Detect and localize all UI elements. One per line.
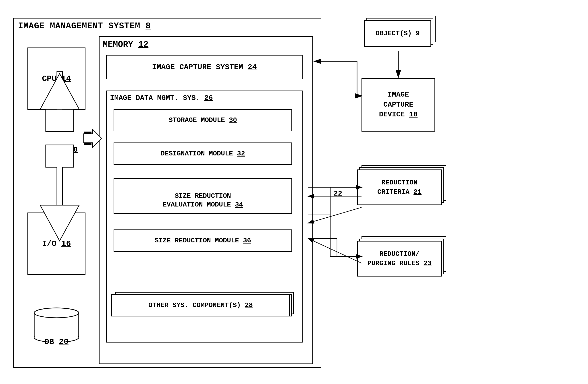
rc-sheet-1: REDUCTIONCRITERIA 21 [357, 169, 442, 205]
rc-label: REDUCTIONCRITERIA 21 [377, 178, 421, 197]
icd-ref: 10 [409, 110, 418, 119]
memory-box: MEMORY 12 IMAGE CAPTURE SYSTEM 24 IMAGE … [99, 36, 313, 364]
ics-ref: 24 [248, 63, 257, 71]
ics-label-text: IMAGE CAPTURE SYSTEM [152, 63, 243, 71]
memory-title: MEMORY 12 [103, 40, 148, 49]
idm-title-text: IMAGE DATA MGMT. SYS. [110, 94, 200, 102]
db-ref: 20 [59, 337, 68, 346]
sr-label-text: SIZE REDUCTION MODULE [155, 237, 239, 244]
rc-ref: 21 [414, 188, 421, 196]
diagram: IMAGE MANAGEMENT SYSTEM 8 CPU 14 I/O 16 [9, 13, 580, 375]
bus-label: BUS 18 [52, 146, 78, 154]
storage-label: STORAGE MODULE 30 [169, 116, 237, 125]
ics-label: IMAGE CAPTURE SYSTEM 24 [152, 63, 257, 71]
idm-title: IMAGE DATA MGMT. SYS. 26 [110, 94, 213, 102]
rpr-ref: 23 [423, 260, 432, 267]
ims-title: IMAGE MANAGEMENT SYSTEM 8 [18, 21, 151, 31]
sre-label-text: SIZE REDUCTION EVALUATION MODULE [163, 192, 231, 208]
io-box: I/O 16 [27, 213, 85, 275]
io-label: I/O 16 [42, 239, 71, 248]
sre-module-box: SIZE REDUCTION EVALUATION MODULE 34 [114, 178, 292, 214]
db-cylinder-svg [32, 306, 81, 342]
obj-sheet-1: OBJECT(S) 9 [364, 20, 431, 47]
ims-ref: 8 [146, 21, 151, 31]
rpr-sheet-1: REDUCTION/PURGING RULES 23 [357, 241, 442, 277]
io-label-text: I/O [42, 239, 57, 248]
cpu-ref: 14 [61, 74, 71, 83]
sr-ref: 36 [243, 237, 251, 244]
ims-title-text: IMAGE MANAGEMENT SYSTEM [18, 21, 140, 31]
cpu-label: CPU 14 [42, 74, 71, 83]
other-label-text: OTHER SYS. COMPONENT(S) [148, 302, 241, 309]
sre-ref: 34 [235, 201, 243, 208]
cpu-box: CPU 14 [27, 47, 85, 110]
storage-label-text: STORAGE MODULE [169, 116, 225, 124]
db-label-text: DB [44, 337, 54, 346]
other-label: OTHER SYS. COMPONENT(S) 28 [148, 301, 253, 310]
svg-point-6 [34, 308, 79, 318]
db-label: DB 20 [44, 337, 68, 346]
ics-box: IMAGE CAPTURE SYSTEM 24 [106, 55, 303, 79]
cpu-label-text: CPU [42, 74, 57, 83]
rpr-label: REDUCTION/PURGING RULES 23 [367, 249, 432, 268]
designation-module-box: DESIGNATION MODULE 32 [114, 142, 292, 165]
db-box: DB 20 [27, 304, 85, 348]
memory-ref: 12 [138, 40, 149, 49]
icd-box: IMAGECAPTUREDEVICE 10 [361, 78, 435, 132]
idm-outer-box: IMAGE DATA MGMT. SYS. 26 STORAGE MODULE … [106, 91, 303, 343]
ims-box: IMAGE MANAGEMENT SYSTEM 8 CPU 14 I/O 16 [13, 18, 321, 368]
sr-label: SIZE REDUCTION MODULE 36 [155, 236, 251, 245]
icd-label: IMAGECAPTUREDEVICE 10 [379, 90, 418, 120]
designation-label-text: DESIGNATION MODULE [161, 150, 233, 158]
bus-ref: 18 [69, 146, 78, 154]
label-22-text: 22 [334, 190, 342, 198]
designation-label: DESIGNATION MODULE 32 [161, 149, 245, 158]
sre-label: SIZE REDUCTION EVALUATION MODULE 34 [163, 183, 243, 209]
objects-ref: 9 [416, 30, 420, 37]
other-ref: 28 [245, 302, 253, 309]
io-ref: 16 [61, 239, 71, 248]
other-module-box: OTHER SYS. COMPONENT(S) 28 [111, 294, 290, 316]
storage-ref: 30 [229, 116, 237, 124]
bus-text: BUS [52, 146, 65, 154]
label-22: 22 [334, 190, 342, 198]
designation-ref: 32 [237, 150, 245, 158]
objects-label: OBJECT(S) 9 [376, 29, 420, 38]
idm-ref: 26 [204, 94, 213, 102]
objects-label-text: OBJECT(S) [376, 30, 412, 37]
storage-module-box: STORAGE MODULE 30 [114, 109, 292, 131]
memory-title-text: MEMORY [103, 40, 133, 49]
sr-module-box: SIZE REDUCTION MODULE 36 [114, 229, 292, 252]
